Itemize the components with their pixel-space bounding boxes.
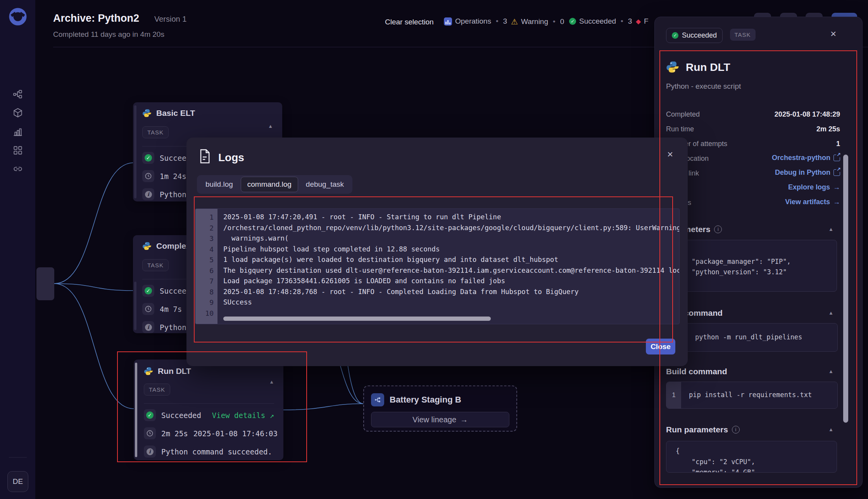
logs-modal: Logs × build.log command.log debug_task … (186, 138, 688, 366)
pipelines-icon[interactable] (9, 86, 26, 103)
debug-link[interactable]: Debug in Python (775, 169, 840, 177)
kv-label: Completed (666, 110, 700, 119)
external-link-icon (833, 155, 840, 161)
sidebar: DE (0, 0, 35, 499)
status-text: Succeeded (161, 411, 201, 420)
info-circle-icon: i (732, 426, 740, 434)
task-type-badge: TASK (142, 259, 169, 271)
info-icon: i (145, 191, 152, 198)
log-line: SUccess (223, 297, 679, 308)
external-arrow-icon: ↗ (270, 411, 274, 420)
log-line-numbers: 1 2 3 4 5 6 7 8 9 10 (195, 209, 217, 324)
code-gutter: 1 (666, 382, 681, 408)
tab-command-log[interactable]: command.log (241, 177, 298, 192)
task-type-badge: TASK (730, 29, 756, 41)
duration-text: 2m 25s (161, 429, 188, 438)
collapse-icon[interactable]: ▲ (828, 226, 833, 232)
status-tile: ✓ (142, 285, 154, 297)
clock-tile (142, 303, 154, 315)
info-row: i Python command succeeded. (144, 446, 272, 458)
collapsed-edge-node[interactable] (36, 267, 54, 300)
log-tabs: build.log command.log debug_task (197, 175, 352, 194)
task-card-run-dlt[interactable]: Run DLT ▲ TASK ✓ Succeeded View details … (134, 360, 283, 460)
clock-tile (142, 170, 154, 182)
kv-value: 2m 25s (816, 125, 840, 133)
integrations-link-icon[interactable] (9, 160, 26, 177)
modal-close-icon[interactable]: × (667, 149, 673, 159)
task-type-badge: TASK (144, 384, 170, 396)
success-check-icon: ✓ (672, 32, 678, 39)
panel-scrollbar-thumb[interactable] (843, 155, 848, 423)
collapse-icon[interactable]: ▲ (269, 379, 274, 385)
info-tile: i (142, 188, 154, 200)
log-line: warnings.warn( (223, 233, 679, 244)
card-scroll-handle[interactable] (135, 363, 137, 457)
card-title: Run DLT (158, 367, 191, 376)
lineage-card-title: Battery Staging B (390, 395, 461, 405)
card-scroll-handle[interactable] (134, 282, 136, 330)
tab-build-log[interactable]: build.log (199, 177, 239, 192)
lineage-card-battery-staging-b[interactable]: Battery Staging B View lineage → (363, 385, 517, 432)
analytics-chart-icon[interactable] (9, 123, 26, 140)
user-avatar[interactable]: DE (7, 471, 28, 492)
task-type-badge: TASK (142, 126, 169, 138)
log-line: 2025-01-08 17:48:28,768 - root - INFO - … (223, 287, 679, 298)
info-tile: i (142, 321, 154, 333)
card-title: Basic ELT (156, 108, 195, 118)
success-check-icon: ✓ (145, 287, 152, 294)
collapse-icon[interactable]: ▲ (828, 427, 833, 432)
panel-close-icon[interactable]: × (830, 29, 836, 39)
kv-label: Run time (666, 125, 694, 133)
explore-logs-link[interactable]: Explore logs→ (788, 183, 840, 191)
info-text: Python command succeeded. (161, 447, 272, 456)
log-viewer[interactable]: 1 2 3 4 5 6 7 8 9 10 2025-01-08 17:47:20… (195, 208, 680, 324)
modal-title: Logs (218, 151, 244, 164)
duration-row: 2m 25s 2025-01-08 17:46:03 (144, 427, 274, 439)
status-tile: ✓ (144, 409, 156, 421)
duration-text: 1m 24s (160, 172, 186, 181)
view-lineage-button[interactable]: View lineage → (371, 412, 509, 427)
products-cube-icon[interactable] (9, 104, 26, 121)
app-window: DE Archive: Python2 Version 1 Completed … (0, 0, 868, 499)
python-icon (144, 367, 153, 376)
panel-title: Run DLT (686, 61, 730, 74)
horizontal-scrollbar-thumb[interactable] (223, 317, 491, 321)
sidebar-divider (9, 457, 27, 458)
log-line: Pipeline hubspot load step completed in … (223, 244, 679, 255)
run-command-code-box: python -m run_dlt_pipelines (666, 323, 838, 352)
collapse-icon[interactable]: ▲ (828, 368, 833, 374)
card-divider (144, 403, 274, 404)
python-icon (142, 108, 152, 118)
status-row: ✓ Succeeded View details ↗ (144, 409, 274, 421)
run-parameters-section-header[interactable]: Run parameters i (666, 425, 740, 434)
log-line: The bigquery destination used dlt-user@r… (223, 265, 679, 276)
modal-close-button[interactable]: Close (646, 339, 675, 354)
kv-value: 2025-01-08 17:48:29 (775, 110, 840, 119)
status-pill: ✓ Succeeded (666, 28, 723, 43)
duration-row: 1m 24s (142, 170, 186, 182)
tab-debug-task[interactable]: debug_task (300, 177, 350, 192)
build-command-section-header[interactable]: Build command (666, 367, 727, 376)
arrow-right-icon: → (833, 198, 840, 206)
info-icon: i (147, 448, 154, 455)
log-content: 2025-01-08 17:47:20,491 - root - INFO - … (223, 212, 679, 318)
collapse-icon[interactable]: ▲ (828, 310, 833, 316)
timestamp-text: 2025-01-08 17:46:03 (193, 429, 278, 438)
view-artifacts-link[interactable]: View artifacts→ (785, 198, 840, 206)
apps-grid-icon[interactable] (9, 142, 26, 159)
card-scroll-handle[interactable] (134, 105, 136, 198)
success-check-icon: ✓ (145, 154, 152, 162)
status-tile: ✓ (142, 152, 154, 164)
code-location-link[interactable]: Orchestra-python (772, 154, 840, 162)
duration-text: 4m 7s (160, 305, 182, 313)
lineage-flow-icon (371, 393, 384, 406)
view-details-link[interactable]: View details ↗ (212, 411, 274, 420)
log-line: 1 load package(s) were loaded to destina… (223, 255, 679, 265)
card-title: Complex (156, 241, 191, 251)
orchestra-logo-icon[interactable] (9, 8, 27, 26)
build-command-code-box: 1 pip install -r requirements.txt (666, 382, 838, 409)
external-link-icon (833, 169, 840, 176)
document-icon (199, 149, 211, 165)
info-tile: i (144, 446, 156, 458)
collapse-icon[interactable]: ▲ (268, 123, 273, 129)
